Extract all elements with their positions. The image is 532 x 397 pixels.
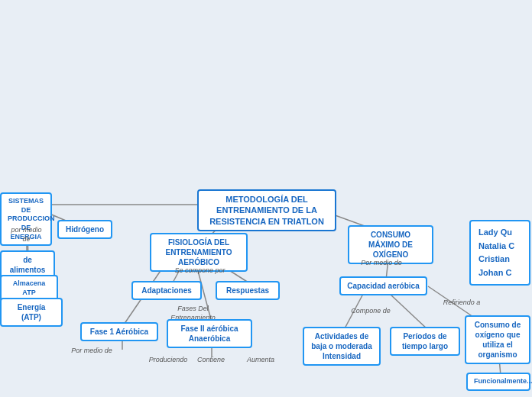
node-periodos: Períodos de tiempo largo [390, 327, 460, 356]
node-adaptaciones: Adaptaciones [131, 281, 202, 300]
node-capacidad: Capacidad aeróbica [339, 276, 427, 295]
mindmap-canvas: METODOLOGÍA DEL ENTRENAMIENTO DE LA RESI… [0, 0, 532, 397]
node-fase1: Fase 1 Aéróbica [80, 322, 158, 341]
label-refiriendo: Refiriendo a [434, 295, 489, 311]
author-1: Lady Qu [478, 226, 521, 240]
label-por-medio2: Por medio de [63, 344, 121, 359]
label-produciendo: Produciendo [141, 353, 196, 368]
author-4: Johan C [478, 266, 521, 280]
node-fase2: Fase II aéróbica Anaeróbica [167, 319, 252, 348]
node-atp: Energía (ATP) [0, 298, 63, 327]
node-respuestas: Respuestas [216, 281, 280, 300]
label-se-compone: Se compone por [164, 263, 235, 279]
label-por-medio: por medio de [2, 223, 51, 247]
node-actividades: Actividades de baja o moderada Intensida… [303, 327, 381, 366]
authors-box: Lady Qu Natalia C Cristian Johan C [469, 220, 530, 286]
author-3: Cristian [478, 253, 521, 266]
node-funcionalmente: Funcionalmente... [466, 373, 530, 391]
label-aumenta: Aumenta [238, 353, 283, 368]
node-consumo-org: Consumo de oxígeno que utiliza el organi… [465, 315, 530, 364]
node-hidrogeno: Hidrógeno [57, 220, 112, 239]
label-compone-de: Compone de [339, 304, 402, 319]
node-main: METODOLOGÍA DEL ENTRENAMIENTO DE LA RESI… [197, 189, 336, 231]
label-por-medio3: Por medio de [350, 256, 413, 271]
author-2: Natalia C [478, 240, 521, 253]
label-contiene: Contiene [189, 353, 233, 368]
